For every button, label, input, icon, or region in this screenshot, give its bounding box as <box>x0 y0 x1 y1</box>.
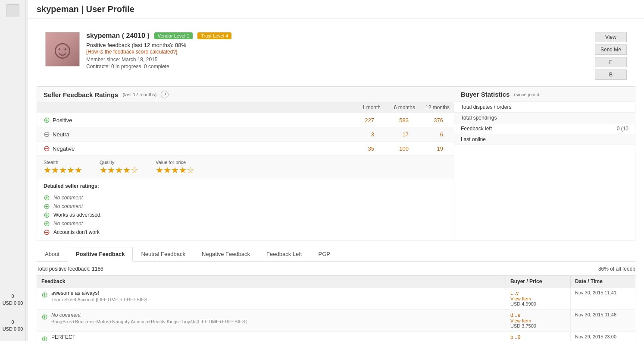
comment-5-icon: ⊖ <box>44 228 50 236</box>
negative-12mo: 19 <box>413 145 447 152</box>
b-button[interactable]: B <box>595 69 627 80</box>
buyer-feedback-label: Feedback left <box>461 126 603 132</box>
positive-6mo: 583 <box>378 117 413 123</box>
feedback-table: Feedback Buyer / Price Date / Time ⊕ <box>37 275 635 341</box>
avatar-image: ☺ <box>46 32 79 66</box>
neutral-6mo: 17 <box>378 131 413 138</box>
comment-3-text: Works as advertised. <box>53 212 102 218</box>
detailed-ratings-label: Detailed seller ratings: <box>44 183 99 189</box>
tab-about[interactable]: About <box>37 247 68 262</box>
neutral-row: ⊖ Neutral 3 17 6 <box>37 127 454 142</box>
feedback-2-content: No comment BangBros+Brazzers+Mofos+Naugh… <box>51 312 247 324</box>
col-feedback: Feedback <box>37 276 506 287</box>
f-button[interactable]: F <box>595 57 627 67</box>
comment-4: ⊕ No comment <box>44 219 447 228</box>
buyer-disputes-value <box>603 104 628 110</box>
tab-pgp[interactable]: PGP <box>310 247 338 262</box>
profile-section: ☺ skypeman ( 24010 ) Vendor Level 1 Trus… <box>37 25 635 87</box>
comment-3-icon: ⊕ <box>44 211 50 219</box>
negative-row: ⊖ Negative 35 100 19 <box>37 142 454 156</box>
positive-12mo: 376 <box>413 117 447 123</box>
left-sidebar: 0 USD 0.00 0 USD 0.00 <box>0 0 26 341</box>
feedback-2-buyer: d...e <box>510 312 566 318</box>
member-since: Member since: March 18, 2015 <box>86 57 588 63</box>
view-button[interactable]: View <box>595 32 627 42</box>
feedback-1-date-cell: Nov 30, 2015 11:41 <box>571 287 635 309</box>
comment-4-text: No comment <box>53 221 83 227</box>
feedback-1-icon: ⊕ <box>41 290 48 300</box>
buyer-stats-header: Buyer Statistics (since join d <box>454 87 635 102</box>
stealth-rating: Stealth ★★★★★ <box>44 160 82 175</box>
ratings-container: Seller Feedback Ratings (last 12 months)… <box>37 87 635 240</box>
neutral-label: ⊖ Neutral <box>44 129 344 139</box>
positive-feedback-text: Positive feedback (last 12 months): 88% <box>86 42 588 48</box>
neutral-1mo: 3 <box>344 131 378 138</box>
buyer-lastonline-value <box>603 136 628 142</box>
feedback-3-icon: ⊕ <box>41 334 48 341</box>
negative-1mo: 35 <box>344 145 378 152</box>
comment-1-icon: ⊕ <box>44 194 50 202</box>
tab-neutral[interactable]: Neutral Feedback <box>133 247 194 262</box>
value-label: Value for price <box>156 160 194 165</box>
send-message-button[interactable]: Send Me <box>595 44 627 55</box>
comment-1-text: No comment <box>53 195 83 201</box>
feedback-3-buyer: b...9 <box>510 334 566 340</box>
feedback-2-view-item[interactable]: View Item <box>510 318 566 323</box>
comment-1: ⊕ No comment <box>44 193 447 202</box>
value-stars: ★★★★☆ <box>156 165 194 175</box>
feedback-3-date-cell: Nov 29, 2015 23:00 <box>571 332 635 341</box>
positive-icon: ⊕ <box>44 115 50 125</box>
feedback-2-sub: BangBros+Brazzers+Mofos+Naughty America+… <box>51 319 247 324</box>
feedback-row-3: ⊕ PERFECT DDF Network [LIFETIME + FREEBI… <box>37 332 635 341</box>
positive-label: ⊕ Positive <box>44 115 344 125</box>
feedback-3-date: Nov 29, 2015 23:00 <box>575 334 631 339</box>
feedback-panel: Total positive feedback: 1186 86% of all… <box>37 266 635 341</box>
feedback-cell-3: ⊕ PERFECT DDF Network [LIFETIME + FREEBI… <box>37 332 506 341</box>
tab-feedback-left[interactable]: Feedback Left <box>258 247 310 262</box>
positive-1mo: 227 <box>344 117 378 123</box>
feedback-2-main: No comment <box>51 312 247 318</box>
page-title: skypeman | User Profile <box>37 4 134 14</box>
feedback-2-date: Nov 30, 2015 01:46 <box>575 312 631 317</box>
avatar: ☺ <box>45 32 80 66</box>
feedback-1-buyer: t...y <box>510 290 566 296</box>
col-12-months: 12 months <box>419 102 454 113</box>
comment-2: ⊕ No comment <box>44 202 447 211</box>
seller-ratings-subtitle: (last 12 months) <box>122 92 156 97</box>
buyer-stats-section: Buyer Statistics (since join d Total dis… <box>454 87 635 240</box>
sidebar-logo <box>6 4 19 17</box>
comments-list: ⊕ No comment ⊕ No comment ⊕ Works as adv… <box>37 193 454 240</box>
feedback-3-buyer-cell: b...9 View Item USD 4.9800 <box>506 332 571 341</box>
stealth-label: Stealth <box>44 160 82 165</box>
seller-ratings-header: Seller Feedback Ratings (last 12 months)… <box>37 87 454 102</box>
buyer-disputes-label: Total disputes / orders <box>461 104 603 110</box>
feedback-1-price: USD 4.9900 <box>510 301 566 306</box>
seller-ratings-title: Seller Feedback Ratings <box>44 91 118 98</box>
feedback-row-1: ⊕ awesome as always! Team Skeet Account … <box>37 287 635 309</box>
buyer-feedback-row: Feedback left 0 (10 <box>454 123 635 134</box>
comment-2-text: No comment <box>53 203 83 209</box>
tab-negative[interactable]: Negative Feedback <box>194 247 258 262</box>
tab-positive[interactable]: Positive Feedback <box>68 247 133 262</box>
neutral-12mo: 6 <box>413 131 447 138</box>
page-title-bar: skypeman | User Profile <box>28 0 644 19</box>
feedback-score-link[interactable]: [How is the feedback score calculated?] <box>86 49 177 55</box>
col-buyer-price: Buyer / Price <box>506 276 571 287</box>
seller-ratings-section: Seller Feedback Ratings (last 12 months)… <box>37 87 454 240</box>
buyer-spendings-label: Total spendings <box>461 115 603 121</box>
feedback-1-buyer-cell: t...y View Item USD 4.9900 <box>506 287 571 309</box>
feedback-3-content: PERFECT DDF Network [LIFETIME + FREEBIES… <box>51 334 134 341</box>
quality-stars: ★★★★☆ <box>100 165 138 175</box>
help-button[interactable]: ? <box>161 91 169 98</box>
negative-6mo: 100 <box>378 145 413 152</box>
feedback-total: Total positive feedback: 1186 <box>37 266 103 272</box>
profile-username: skypeman ( 24010 ) <box>86 32 150 40</box>
neutral-icon: ⊖ <box>44 129 50 139</box>
feedback-1-view-item[interactable]: View Item <box>510 296 566 301</box>
buyer-spendings-row: Total spendings <box>454 113 635 123</box>
value-rating: Value for price ★★★★☆ <box>156 160 194 175</box>
feedback-2-buyer-cell: d...e View Item USD 3.7500 <box>506 309 571 332</box>
feedback-1-date: Nov 30, 2015 11:41 <box>575 290 631 295</box>
profile-info: skypeman ( 24010 ) Vendor Level 1 Trust … <box>86 32 588 69</box>
buyer-lastonline-label: Last online <box>461 136 603 142</box>
